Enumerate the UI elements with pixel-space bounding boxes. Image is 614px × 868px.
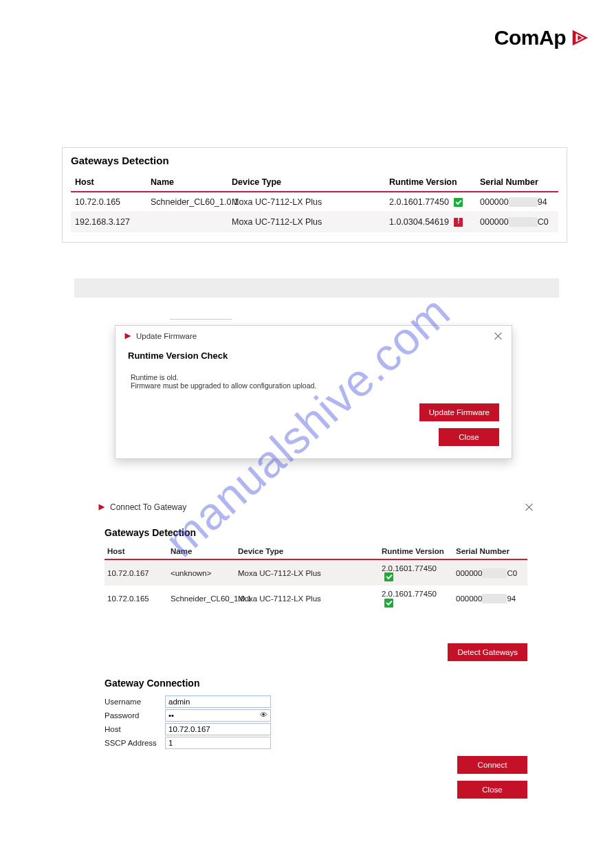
dialog-title: Connect To Gateway (110, 502, 186, 512)
col-serial: Serial Number (453, 544, 527, 559)
col-device: Device Type (235, 544, 379, 559)
cell-name (146, 212, 228, 232)
cell-name: <unknown> (168, 559, 235, 586)
col-device: Device Type (228, 173, 385, 192)
col-name: Name (168, 544, 235, 559)
cell-device: Moxa UC-7112-LX Plus (228, 192, 385, 212)
gateway-connection-title: Gateway Connection (105, 678, 534, 689)
col-version: Runtime Version (385, 173, 476, 192)
cell-serial: 000000C0 (476, 212, 558, 232)
cell-serial: 000000C0 (453, 559, 527, 586)
triangle-icon (98, 503, 106, 511)
detect-gateways-button[interactable]: Detect Gateways (448, 643, 527, 661)
password-input[interactable]: •• 👁 (165, 709, 271, 722)
status-ok-icon (454, 198, 463, 207)
host-label: Host (98, 725, 165, 733)
logo-text: ComAp (494, 26, 566, 49)
table-row[interactable]: 10.72.0.165 Schneider_CL60_1.0.1 Moxa UC… (105, 586, 527, 611)
snippet-line (170, 315, 232, 320)
sscp-input[interactable]: 1 (165, 737, 271, 749)
col-host: Host (71, 173, 146, 192)
update-firmware-button[interactable]: Update Firmware (419, 403, 499, 421)
dialog-titlebar: Update Firmware (116, 326, 512, 346)
gateways-detection-panel: Gateways Detection Host Name Device Type… (62, 147, 567, 243)
col-serial: Serial Number (476, 173, 558, 192)
col-host: Host (105, 544, 168, 559)
gateways-table: Host Name Device Type Runtime Version Se… (105, 544, 527, 612)
table-row[interactable]: 192.168.3.127 Moxa UC-7112-LX Plus 1.0.0… (71, 212, 558, 232)
username-label: Username (98, 698, 165, 706)
logo: ComAp (494, 26, 591, 49)
cell-device: Moxa UC-7112-LX Plus (235, 559, 379, 586)
logo-triangle-icon (570, 27, 591, 48)
cell-host: 192.168.3.127 (71, 212, 146, 232)
gateways-detection-title: Gateways Detection (71, 155, 558, 166)
runtime-msg-2: Firmware must be upgraded to allow confi… (131, 381, 499, 390)
close-button[interactable]: Close (439, 428, 499, 446)
table-row[interactable]: 10.72.0.167 <unknown> Moxa UC-7112-LX Pl… (105, 559, 527, 586)
status-ok-icon (384, 572, 393, 581)
dialog-titlebar: Connect To Gateway (98, 500, 534, 527)
cell-name: Schneider_CL60_1.0.1 (146, 192, 228, 212)
status-error-icon (454, 218, 463, 227)
update-firmware-dialog: Update Firmware Runtime Version Check Ru… (115, 325, 512, 459)
table-row[interactable]: 10.72.0.165 Schneider_CL60_1.0.1 Moxa UC… (71, 192, 558, 212)
host-input[interactable]: 10.72.0.167 (165, 723, 271, 735)
cell-version: 1.0.0304.54619 (385, 212, 476, 232)
triangle-icon (124, 332, 132, 340)
cell-version: 2.0.1601.77450 (379, 559, 453, 586)
cell-version: 2.0.1601.77450 (385, 192, 476, 212)
cell-host: 10.72.0.165 (105, 586, 168, 611)
col-name: Name (146, 173, 228, 192)
cell-name: Schneider_CL60_1.0.1 (168, 586, 235, 611)
col-version: Runtime Version (379, 544, 453, 559)
cell-device: Moxa UC-7112-LX Plus (228, 212, 385, 232)
password-label: Password (98, 711, 165, 720)
close-button[interactable]: Close (457, 781, 527, 799)
runtime-check-heading: Runtime Version Check (128, 350, 499, 361)
cell-host: 10.72.0.167 (105, 559, 168, 586)
gateways-detection-title: Gateways Detection (98, 527, 534, 538)
reveal-password-icon[interactable]: 👁 (260, 711, 267, 719)
connect-button[interactable]: Connect (457, 756, 527, 774)
runtime-msg-1: Runtime is old. (131, 373, 499, 381)
cell-device: Moxa UC-7112-LX Plus (235, 586, 379, 611)
grey-band (74, 278, 559, 298)
sscp-label: SSCP Address (98, 739, 165, 747)
connect-gateway-dialog: Connect To Gateway Gateways Detection Ho… (98, 500, 534, 799)
cell-serial: 00000094 (476, 192, 558, 212)
close-icon[interactable] (494, 331, 503, 341)
username-input[interactable]: admin (165, 695, 271, 708)
dialog-title: Update Firmware (136, 332, 197, 340)
close-icon[interactable] (525, 502, 534, 512)
gateways-table: Host Name Device Type Runtime Version Se… (71, 173, 558, 232)
status-ok-icon (384, 599, 393, 608)
cell-serial: 00000094 (453, 586, 527, 611)
cell-version: 2.0.1601.77450 (379, 586, 453, 611)
cell-host: 10.72.0.165 (71, 192, 146, 212)
